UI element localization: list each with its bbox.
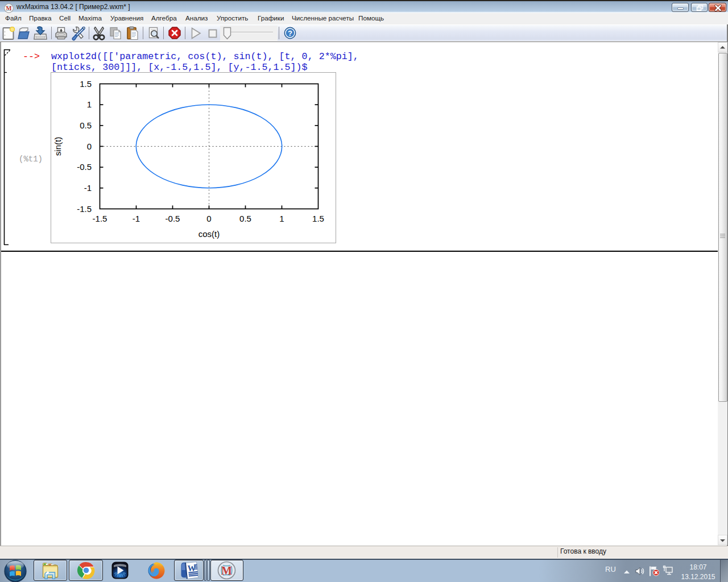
svg-text:-1.5: -1.5 xyxy=(77,204,92,214)
svg-text:-1.5: -1.5 xyxy=(93,214,107,223)
svg-text:?: ? xyxy=(288,29,292,38)
svg-text:0.5: 0.5 xyxy=(239,214,251,223)
svg-text:1.5: 1.5 xyxy=(80,79,92,89)
svg-text:M: M xyxy=(221,564,232,577)
svg-text:cos(t): cos(t) xyxy=(198,229,220,239)
svg-text:0: 0 xyxy=(206,214,211,223)
svg-text:-1: -1 xyxy=(84,183,92,193)
svg-text:0: 0 xyxy=(87,142,92,151)
svg-text:sin(t): sin(t) xyxy=(53,137,63,156)
svg-text:1: 1 xyxy=(279,214,284,223)
svg-text:1.5: 1.5 xyxy=(312,214,324,223)
svg-text:M: M xyxy=(6,5,12,11)
svg-text:-0.5: -0.5 xyxy=(166,214,180,223)
svg-text:1: 1 xyxy=(87,99,92,109)
svg-text:-0.5: -0.5 xyxy=(77,162,92,172)
svg-text:-1: -1 xyxy=(133,214,140,223)
svg-text:0.5: 0.5 xyxy=(80,120,92,130)
